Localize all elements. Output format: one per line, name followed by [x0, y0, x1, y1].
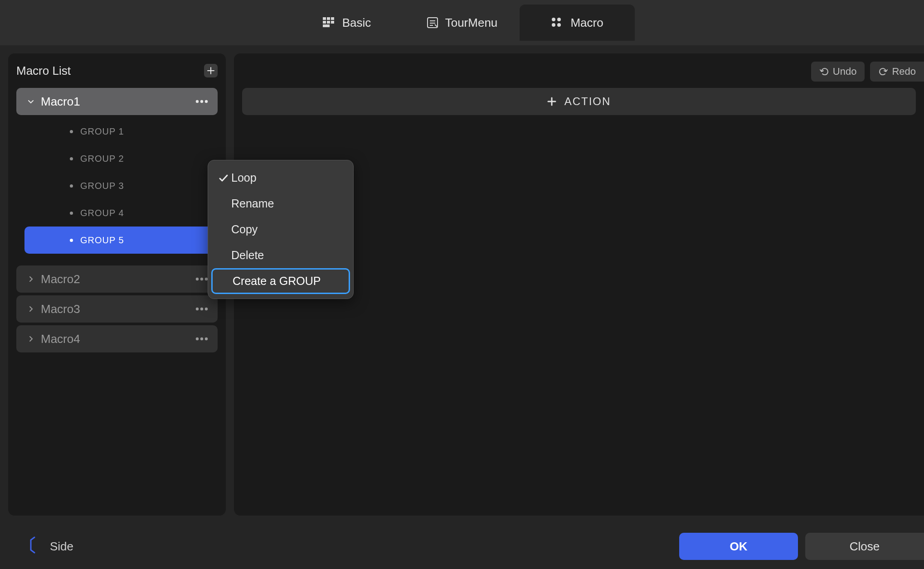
macro-label: Macro4 — [41, 332, 193, 346]
svg-point-13 — [552, 23, 555, 27]
side-icon — [27, 536, 38, 557]
context-menu-rename[interactable]: Rename — [211, 191, 350, 217]
macro-label: Macro2 — [41, 272, 193, 286]
undo-label: Undo — [833, 66, 857, 77]
redo-icon — [878, 67, 888, 77]
context-menu-delete[interactable]: Delete — [211, 242, 350, 268]
group-label: GROUP 1 — [80, 126, 124, 137]
bottom-bar: Side OK Close — [0, 524, 924, 569]
side-label: Side — [50, 540, 73, 554]
group-item-5[interactable]: GROUP 5 — [24, 227, 218, 254]
svg-point-23 — [205, 308, 208, 310]
tab-tourmenu[interactable]: TourMenu — [404, 5, 520, 41]
svg-rect-5 — [331, 21, 334, 24]
chevron-down-icon — [24, 98, 37, 105]
group-item-3[interactable]: GROUP 3 — [24, 172, 218, 199]
svg-rect-0 — [323, 17, 326, 20]
group-item-4[interactable]: GROUP 4 — [24, 199, 218, 227]
close-button[interactable]: Close — [805, 533, 924, 560]
group-item-2[interactable]: GROUP 2 — [24, 145, 218, 172]
context-menu-label: Delete — [231, 249, 264, 262]
bullet-icon — [70, 184, 73, 188]
macro-label: Macro3 — [41, 302, 193, 316]
svg-rect-3 — [323, 21, 326, 24]
side-toggle[interactable]: Side — [27, 536, 73, 557]
bullet-icon — [70, 212, 73, 215]
macro-item-1[interactable]: Macro1 — [16, 88, 218, 115]
tab-label: Macro — [570, 16, 603, 30]
action-label: ACTION — [564, 95, 611, 108]
svg-rect-1 — [327, 17, 330, 20]
redo-button[interactable]: Redo — [870, 62, 924, 82]
chevron-right-icon — [24, 305, 37, 313]
svg-point-11 — [552, 18, 555, 21]
content-toolbar: Undo Redo — [242, 62, 924, 82]
redo-label: Redo — [892, 66, 916, 77]
tab-macro[interactable]: Macro — [520, 5, 635, 41]
svg-point-18 — [196, 278, 199, 280]
check-icon — [216, 173, 231, 183]
macro-label: Macro1 — [41, 95, 193, 109]
plus-icon — [547, 97, 556, 106]
svg-rect-2 — [331, 17, 334, 20]
macro-context-menu: Loop Rename Copy Delete Create a GROUP — [208, 160, 354, 299]
group-label: GROUP 5 — [80, 235, 124, 246]
svg-point-26 — [205, 338, 208, 340]
macro-item-2[interactable]: Macro2 — [16, 265, 218, 293]
chevron-right-icon — [24, 275, 37, 283]
svg-point-22 — [200, 308, 203, 310]
svg-point-25 — [200, 338, 203, 340]
macro-more-button[interactable] — [193, 93, 210, 110]
undo-icon — [819, 67, 829, 77]
bullet-icon — [70, 239, 73, 242]
ok-label: OK — [730, 540, 748, 554]
macro-item-3[interactable]: Macro3 — [16, 295, 218, 323]
svg-point-16 — [200, 100, 203, 103]
macro-icon — [551, 17, 564, 28]
svg-point-24 — [196, 338, 199, 340]
more-icon — [195, 277, 209, 281]
grid-icon — [323, 17, 336, 28]
svg-point-21 — [196, 308, 199, 310]
macro-item-4[interactable]: Macro4 — [16, 325, 218, 352]
context-menu-loop[interactable]: Loop — [211, 165, 350, 191]
context-menu-label: Loop — [231, 171, 257, 184]
group-item-1[interactable]: GROUP 1 — [24, 118, 218, 145]
svg-point-19 — [200, 278, 203, 280]
top-tab-bar: Basic TourMenu Macro — [0, 0, 924, 45]
more-icon — [195, 307, 209, 311]
sidebar-title: Macro List — [16, 64, 71, 78]
tab-basic[interactable]: Basic — [289, 5, 404, 41]
macro1-group-list: GROUP 1 GROUP 2 GROUP 3 GROUP 4 GROUP 5 — [16, 115, 218, 254]
svg-point-12 — [557, 18, 561, 21]
svg-point-15 — [196, 100, 199, 103]
more-icon — [195, 100, 209, 103]
group-label: GROUP 3 — [80, 181, 124, 191]
macro-more-button[interactable] — [193, 300, 210, 318]
svg-rect-6 — [323, 24, 330, 27]
context-menu-label: Rename — [231, 197, 274, 210]
add-action-button[interactable]: ACTION — [242, 88, 916, 115]
context-menu-create-group[interactable]: Create a GROUP — [211, 268, 350, 294]
tab-label: Basic — [342, 16, 371, 30]
bullet-icon — [70, 130, 73, 133]
svg-rect-4 — [327, 21, 330, 24]
context-menu-label: Create a GROUP — [233, 275, 321, 288]
tab-label: TourMenu — [445, 16, 498, 30]
chevron-right-icon — [24, 335, 37, 342]
undo-button[interactable]: Undo — [811, 62, 865, 82]
group-label: GROUP 2 — [80, 154, 124, 164]
add-macro-button[interactable] — [204, 64, 218, 77]
menu-icon — [427, 17, 438, 29]
bullet-icon — [70, 157, 73, 160]
svg-point-14 — [557, 23, 561, 27]
plus-icon — [207, 67, 214, 74]
group-label: GROUP 4 — [80, 208, 124, 218]
ok-button[interactable]: OK — [679, 533, 798, 560]
macro-more-button[interactable] — [193, 330, 210, 347]
context-menu-copy[interactable]: Copy — [211, 217, 350, 242]
close-label: Close — [850, 540, 880, 554]
svg-point-17 — [205, 100, 208, 103]
context-menu-label: Copy — [231, 223, 258, 236]
more-icon — [195, 337, 209, 341]
